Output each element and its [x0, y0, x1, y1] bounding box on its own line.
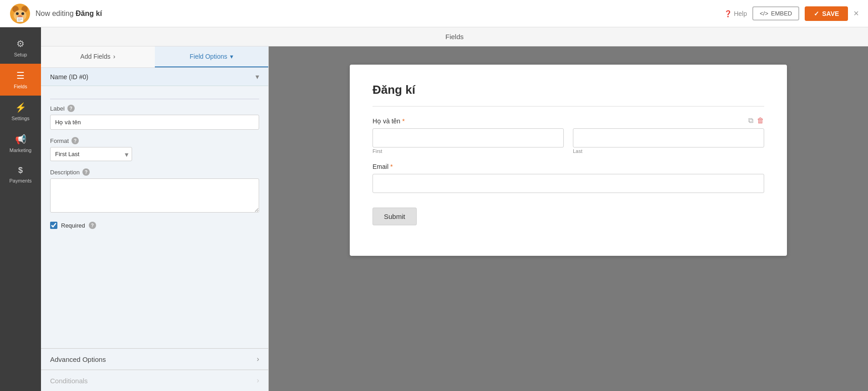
sidebar: ⚙ Setup ☰ Fields ⚡ Settings 📢 Marketing …	[0, 27, 41, 391]
content-area: Fields Add Fields › Field Options ▾	[41, 27, 868, 391]
format-group: Format ? First Last First Last First Mid…	[50, 137, 259, 161]
code-icon: </>	[760, 10, 768, 17]
submit-button[interactable]: Submit	[373, 208, 417, 225]
form-title: Đăng kí	[373, 83, 764, 97]
required-group: Required ?	[50, 222, 259, 229]
sidebar-item-fields[interactable]: ☰ Fields	[0, 64, 41, 96]
tab-add-fields[interactable]: Add Fields ›	[41, 46, 155, 67]
name-inputs: First Last	[373, 128, 764, 154]
name-required-star: *	[402, 117, 404, 125]
svg-point-4	[16, 12, 19, 15]
svg-point-5	[21, 12, 24, 15]
format-select-wrapper: First Last First Last First Middle Last …	[50, 147, 132, 161]
field-name-label: Name (ID #0)	[50, 73, 88, 81]
left-panel: Add Fields › Field Options ▾ Name (ID #0…	[41, 46, 269, 391]
description-group: Description ?	[50, 168, 259, 214]
question-icon: ❓	[724, 10, 732, 17]
sidebar-label-setup: Setup	[14, 52, 27, 57]
settings-icon: ⚡	[15, 102, 26, 113]
divider-1	[50, 99, 259, 99]
conditionals-section[interactable]: Conditionals ›	[41, 370, 268, 391]
sidebar-item-marketing[interactable]: 📢 Marketing	[0, 127, 41, 159]
name-last-input[interactable]	[573, 128, 764, 147]
right-panel: Đăng kí Họ và tên * ⧉ 🗑	[269, 46, 868, 391]
label-field-label: Label ?	[50, 105, 259, 112]
name-copy-button[interactable]: ⧉	[748, 117, 753, 125]
description-textarea[interactable]	[50, 178, 259, 213]
required-checkbox[interactable]	[50, 222, 57, 229]
required-help-icon[interactable]: ?	[89, 222, 96, 229]
main-layout: ⚙ Setup ☰ Fields ⚡ Settings 📢 Marketing …	[0, 27, 868, 391]
email-input[interactable]	[373, 174, 764, 193]
top-header: Now editing Đăng kí ❓ Help </> EMBED ✓ S…	[0, 0, 868, 27]
fields-icon: ☰	[16, 70, 25, 81]
name-field-label: Họ và tên *	[373, 117, 405, 125]
email-field-label: Email *	[373, 163, 764, 170]
field-name-section[interactable]: Name (ID #0) ▾	[41, 68, 268, 86]
header-right: ❓ Help </> EMBED ✓ SAVE ×	[724, 6, 859, 21]
embed-button[interactable]: </> EMBED	[752, 6, 799, 20]
sidebar-label-payments: Payments	[10, 178, 32, 183]
name-first-input[interactable]	[373, 128, 564, 147]
name-first-wrapper: First	[373, 128, 564, 154]
format-select[interactable]: First Last First Last First Middle Last	[50, 147, 132, 161]
checkmark-icon: ✓	[814, 10, 819, 17]
sidebar-label-marketing: Marketing	[10, 147, 31, 153]
sidebar-item-settings[interactable]: ⚡ Settings	[0, 96, 41, 127]
field-options-content: Label ? Format ? First Last	[41, 86, 268, 348]
name-last-sublabel: Last	[573, 148, 764, 154]
conditionals-chevron-icon: ›	[257, 376, 259, 385]
help-button[interactable]: ❓ Help	[724, 10, 747, 17]
fields-header: Fields	[41, 27, 868, 46]
conditionals-label: Conditionals	[50, 377, 88, 385]
name-delete-button[interactable]: 🗑	[757, 117, 764, 125]
logo-icon	[9, 3, 31, 25]
payments-icon: $	[18, 166, 23, 175]
sidebar-label-settings: Settings	[11, 116, 30, 121]
format-field-label: Format ?	[50, 137, 259, 144]
sidebar-label-fields: Fields	[14, 84, 27, 89]
advanced-options-chevron-icon: ›	[257, 355, 259, 363]
name-field-group: Họ và tên * ⧉ 🗑 First	[373, 117, 764, 154]
advanced-options-label: Advanced Options	[50, 355, 106, 363]
field-name-chevron-icon: ▾	[255, 72, 259, 81]
email-required-star: *	[390, 163, 393, 170]
two-pane: Add Fields › Field Options ▾ Name (ID #0…	[41, 46, 868, 391]
email-field-group: Email *	[373, 163, 764, 193]
field-options-chevron-icon: ▾	[230, 53, 233, 60]
label-help-icon[interactable]: ?	[67, 105, 75, 112]
label-group: Label ?	[50, 105, 259, 130]
tab-field-options[interactable]: Field Options ▾	[155, 46, 269, 67]
required-checkbox-row[interactable]: Required ?	[50, 222, 259, 229]
tab-bar: Add Fields › Field Options ▾	[41, 46, 268, 68]
gear-icon: ⚙	[16, 38, 25, 49]
marketing-icon: 📢	[15, 134, 26, 145]
format-help-icon[interactable]: ?	[71, 137, 79, 144]
name-first-sublabel: First	[373, 148, 564, 154]
header-left: Now editing Đăng kí	[9, 3, 102, 25]
close-button[interactable]: ×	[853, 8, 859, 19]
label-input[interactable]	[50, 115, 259, 130]
header-title: Now editing Đăng kí	[36, 10, 102, 18]
form-preview: Đăng kí Họ và tên * ⧉ 🗑	[350, 65, 787, 256]
form-preview-divider	[373, 106, 764, 107]
sidebar-item-setup[interactable]: ⚙ Setup	[0, 32, 41, 64]
save-button[interactable]: ✓ SAVE	[805, 6, 848, 21]
name-last-wrapper: Last	[573, 128, 764, 154]
name-field-row-header: Họ và tên * ⧉ 🗑	[373, 117, 764, 128]
sidebar-item-payments[interactable]: $ Payments	[0, 159, 41, 190]
name-field-actions: ⧉ 🗑	[748, 117, 764, 125]
description-help-icon[interactable]: ?	[82, 168, 90, 176]
add-fields-chevron-icon: ›	[113, 53, 115, 60]
description-field-label: Description ?	[50, 168, 259, 176]
advanced-options-section[interactable]: Advanced Options ›	[41, 348, 268, 370]
